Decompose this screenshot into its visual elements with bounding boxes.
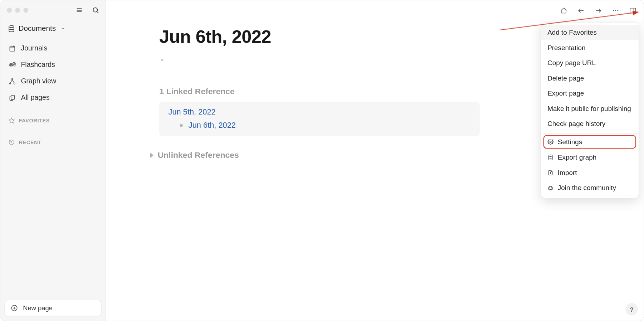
new-page-button[interactable]: New page xyxy=(4,300,101,316)
window-titlebar xyxy=(4,4,101,21)
menu-settings[interactable]: Settings xyxy=(543,135,636,149)
menu-export-graph[interactable]: Export graph xyxy=(541,150,639,165)
menu-presentation[interactable]: Presentation xyxy=(541,40,639,55)
nav-journals[interactable]: Journals xyxy=(4,41,101,56)
discord-icon xyxy=(547,185,553,191)
unlinked-references-label: Unlinked References xyxy=(158,150,239,160)
graph-icon xyxy=(9,78,16,85)
nav-graphview[interactable]: Graph view xyxy=(4,74,101,88)
linked-reference-box: Jun 5th, 2022 Jun 6th, 2022 xyxy=(159,102,479,136)
svg-point-11 xyxy=(10,83,11,84)
search-button[interactable] xyxy=(92,6,100,14)
reference-child-row: Jun 6th, 2022 xyxy=(180,121,471,130)
svg-point-5 xyxy=(9,25,14,27)
hamburger-icon xyxy=(75,6,83,14)
topbar xyxy=(106,0,644,21)
svg-point-3 xyxy=(93,8,97,12)
reference-page-link[interactable]: Jun 5th, 2022 xyxy=(169,108,471,117)
recent-label: RECENT xyxy=(19,140,42,145)
menu-export-page[interactable]: Export page xyxy=(541,86,639,101)
svg-point-28 xyxy=(549,155,552,156)
menu-settings-label: Settings xyxy=(558,138,582,146)
more-menu-dropdown: Add to Favorites Presentation Copy page … xyxy=(541,23,639,198)
menu-presentation-label: Presentation xyxy=(547,44,585,52)
svg-rect-6 xyxy=(10,46,15,51)
sidebar-nav: Journals Flashcards Graph view All pages xyxy=(4,41,101,105)
plus-circle-icon xyxy=(11,305,18,312)
nav-journals-label: Journals xyxy=(21,44,47,53)
reference-child-link[interactable]: Jun 6th, 2022 xyxy=(189,121,236,130)
maximize-window-icon[interactable] xyxy=(23,8,28,13)
menu-add-favorites[interactable]: Add to Favorites xyxy=(541,25,639,40)
history-icon xyxy=(9,139,15,145)
chevron-down-icon xyxy=(60,25,66,31)
menu-make-public-label: Make it public for publishing xyxy=(547,105,631,113)
svg-point-12 xyxy=(14,83,15,84)
nav-graphview-label: Graph view xyxy=(21,77,56,86)
svg-point-23 xyxy=(615,10,616,11)
help-label: ? xyxy=(630,306,634,313)
home-button[interactable] xyxy=(558,5,570,16)
nav-allpages[interactable]: All pages xyxy=(4,90,101,105)
favorites-label: FAVORITES xyxy=(19,118,50,123)
menu-import[interactable]: Import xyxy=(541,165,639,180)
graph-selector[interactable]: Documents xyxy=(4,22,101,35)
sidebar: Documents Journals Flashcards Graph view… xyxy=(0,0,106,321)
forward-button[interactable] xyxy=(592,5,604,16)
search-icon xyxy=(92,6,99,14)
menu-copy-url[interactable]: Copy page URL xyxy=(541,55,639,70)
arrow-right-icon xyxy=(595,7,602,14)
close-window-icon[interactable] xyxy=(7,8,12,13)
svg-line-4 xyxy=(97,11,98,13)
database-icon xyxy=(547,155,553,161)
bullet-icon xyxy=(161,59,164,61)
nav-allpages-label: All pages xyxy=(21,94,49,102)
pages-icon xyxy=(9,94,16,102)
help-button[interactable]: ? xyxy=(625,303,638,315)
new-page-label: New page xyxy=(23,305,53,312)
back-button[interactable] xyxy=(575,5,587,16)
more-horizontal-icon xyxy=(612,7,619,14)
menu-check-history[interactable]: Check page history xyxy=(541,116,639,131)
menu-button[interactable] xyxy=(75,6,83,14)
svg-point-31 xyxy=(551,188,551,188)
right-sidebar-toggle[interactable] xyxy=(627,5,639,16)
menu-export-page-label: Export page xyxy=(547,89,584,97)
menu-import-label: Import xyxy=(558,169,577,177)
bullet-icon xyxy=(180,124,183,127)
svg-rect-25 xyxy=(630,8,635,13)
menu-make-public[interactable]: Make it public for publishing xyxy=(541,101,639,116)
menu-copy-url-label: Copy page URL xyxy=(547,59,596,67)
menu-check-history-label: Check page history xyxy=(547,120,605,128)
minimize-window-icon[interactable] xyxy=(15,8,20,13)
infinity-icon xyxy=(9,61,16,69)
svg-point-22 xyxy=(613,10,614,11)
more-button[interactable] xyxy=(610,5,621,16)
svg-rect-13 xyxy=(11,95,14,99)
svg-point-30 xyxy=(550,188,550,188)
nav-flashcards-label: Flashcards xyxy=(21,61,55,69)
menu-separator xyxy=(541,133,639,133)
arrow-left-icon xyxy=(577,7,585,14)
menu-delete-page[interactable]: Delete page xyxy=(541,70,639,86)
home-icon xyxy=(560,7,568,14)
svg-point-10 xyxy=(12,78,13,79)
svg-marker-14 xyxy=(9,118,14,123)
window-controls[interactable] xyxy=(7,8,28,13)
panel-right-icon xyxy=(629,7,637,14)
svg-point-27 xyxy=(550,141,551,142)
database-icon xyxy=(8,25,15,32)
svg-point-24 xyxy=(617,10,618,11)
main-area: Jun 6th, 2022 1 Linked Reference Jun 5th… xyxy=(106,0,644,321)
nav-flashcards[interactable]: Flashcards xyxy=(4,58,101,72)
app-window: Documents Journals Flashcards Graph view… xyxy=(0,0,644,321)
menu-delete-page-label: Delete page xyxy=(547,74,584,82)
import-icon xyxy=(547,170,553,176)
favorites-section[interactable]: FAVORITES xyxy=(4,114,101,127)
menu-export-graph-label: Export graph xyxy=(558,154,596,161)
recent-section[interactable]: RECENT xyxy=(4,136,101,149)
menu-community-label: Join the community xyxy=(558,184,616,192)
star-icon xyxy=(9,117,15,123)
menu-community[interactable]: Join the community xyxy=(541,180,639,195)
calendar-icon xyxy=(9,45,16,52)
